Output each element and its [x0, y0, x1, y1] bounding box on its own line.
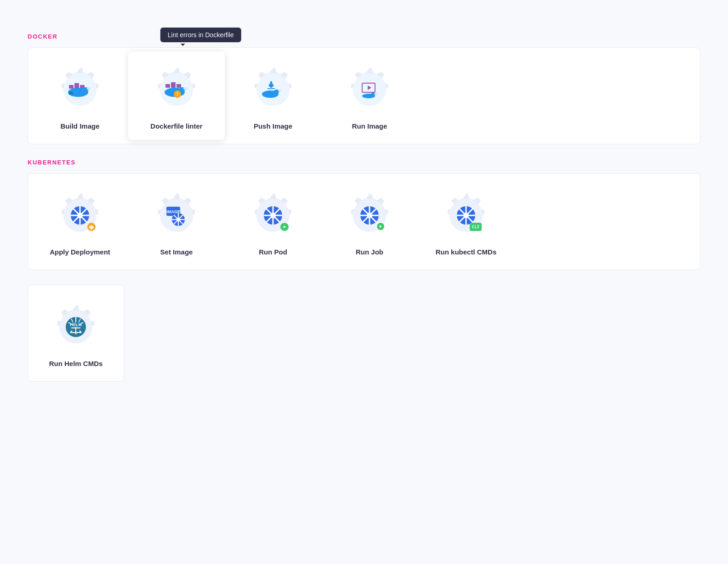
run-kubectl-icon-wrap: CLI: [441, 190, 491, 241]
kubernetes-cards-row: Apply Deployment IMAGE: [28, 173, 700, 270]
run-job-icon-wrap: [344, 190, 395, 241]
svg-rect-8: [171, 82, 176, 88]
build-image-card[interactable]: Build Image: [32, 51, 128, 140]
k8s-run-pod-icon: [262, 204, 284, 227]
push-image-icon: [256, 73, 290, 106]
dockerfile-linter-label: Dockerfile linter: [150, 122, 202, 130]
helm-icon: HELM: [64, 315, 88, 339]
run-helm-icon: HELM: [59, 310, 92, 344]
svg-rect-0: [69, 85, 74, 89]
run-helm-label: Run Helm CMDs: [49, 360, 103, 367]
run-kubectl-cli-badge: CLI: [470, 223, 482, 231]
svg-rect-7: [165, 84, 170, 88]
run-job-card[interactable]: Run Job: [321, 177, 418, 266]
set-image-icon-wrap: IMAGE: [151, 190, 202, 241]
apply-deployment-label: Apply Deployment: [50, 248, 110, 256]
run-pod-label: Run Pod: [259, 248, 287, 256]
svg-marker-21: [368, 85, 371, 90]
docker-whale-lint: !: [164, 79, 189, 100]
run-job-play-badge: [376, 222, 385, 231]
svg-text:!: !: [176, 92, 178, 97]
run-job-label: Run Job: [356, 248, 383, 256]
docker-whale-build: [67, 80, 93, 99]
dockerfile-linter-icon-wrap: !: [151, 64, 202, 115]
kubernetes-label: KUBERNETES: [28, 159, 700, 166]
svg-text:HELM: HELM: [70, 322, 82, 327]
run-kubectl-card[interactable]: CLI Run kubectl CMDs: [418, 177, 514, 266]
svg-point-12: [183, 87, 187, 90]
kubernetes-row2-cards-row: HELM: [28, 285, 124, 382]
build-image-icon: [63, 73, 97, 106]
deploy-gear-badge: [87, 223, 96, 231]
set-image-label: Set Image: [160, 248, 193, 256]
run-kubectl-label: Run kubectl CMDs: [436, 248, 497, 256]
svg-point-24: [374, 93, 377, 95]
docker-push-icon: [261, 79, 285, 100]
run-helm-card[interactable]: HELM: [32, 289, 120, 378]
run-job-icon: [353, 199, 386, 232]
push-image-icon-wrap: [248, 64, 298, 115]
apply-deployment-icon: [63, 199, 97, 232]
build-image-label: Build Image: [60, 122, 99, 130]
build-image-icon-wrap: [55, 64, 105, 115]
dockerfile-linter-card[interactable]: Lint errors in Dockerfile !: [128, 51, 225, 140]
run-image-label: Run Image: [352, 122, 387, 130]
run-helm-icon-wrap: HELM: [51, 302, 101, 352]
dockerfile-linter-icon: !: [160, 73, 193, 106]
run-image-card[interactable]: Run Image: [321, 51, 418, 140]
run-pod-icon-wrap: [248, 190, 298, 241]
run-pod-icon: [256, 199, 290, 232]
apply-deployment-card[interactable]: Apply Deployment: [32, 177, 128, 266]
svg-marker-52: [380, 225, 382, 228]
push-image-label: Push Image: [254, 122, 292, 130]
run-image-icon: [353, 73, 386, 106]
svg-rect-15: [270, 81, 272, 88]
docker-run-icon: [358, 79, 381, 100]
apply-deployment-icon-wrap: [55, 190, 105, 241]
lint-tooltip: Lint errors in Dockerfile: [160, 28, 241, 42]
k8s-helm-icon: [68, 204, 91, 227]
svg-point-5: [87, 87, 91, 90]
svg-marker-45: [284, 226, 286, 228]
svg-point-19: [278, 90, 281, 92]
docker-section: DOCKER: [28, 33, 700, 144]
set-image-icon: IMAGE: [160, 199, 193, 232]
run-pod-play-badge: [280, 223, 289, 231]
k8s-set-image-icon: IMAGE: [165, 204, 188, 227]
docker-label: DOCKER: [28, 33, 700, 40]
push-image-card[interactable]: Push Image: [225, 51, 321, 140]
run-image-icon-wrap: [344, 64, 395, 115]
svg-rect-9: [176, 84, 181, 88]
run-kubectl-icon: CLI: [449, 199, 483, 232]
kubernetes-section: KUBERNETES: [28, 159, 700, 382]
set-image-card[interactable]: IMAGE Set Image: [128, 177, 225, 266]
run-pod-card[interactable]: Run Pod: [225, 177, 321, 266]
docker-cards-row: Build Image Lint errors in Dockerfile: [28, 47, 700, 144]
svg-point-6: [68, 91, 73, 95]
